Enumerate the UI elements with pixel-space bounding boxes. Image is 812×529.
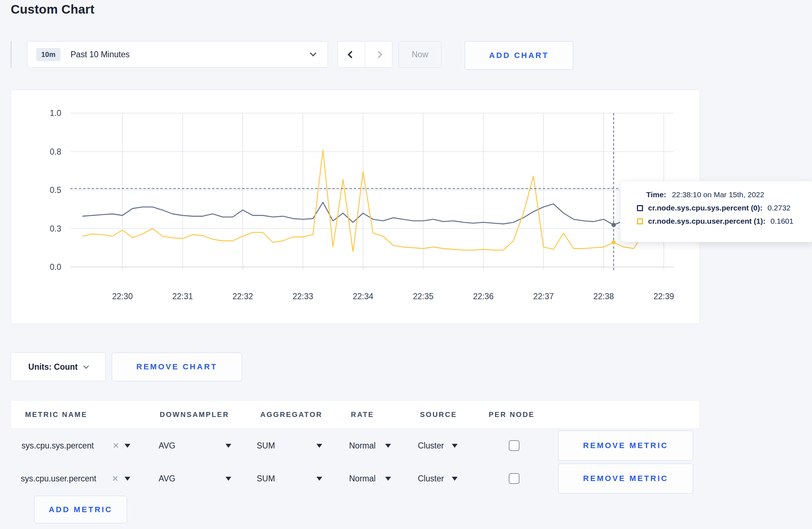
aggregator-select[interactable]: SUM: [257, 441, 275, 451]
clear-metric-icon[interactable]: ✕: [112, 441, 119, 451]
chevron-right-icon: [375, 50, 382, 58]
x-tick-label: 22:36: [473, 292, 494, 301]
chevron-down-icon: [310, 50, 316, 56]
metric-caret-icon[interactable]: [125, 444, 130, 448]
metric-name-select[interactable]: sys.cpu.user.percent: [21, 474, 96, 484]
tooltip-sys-label: cr.node.sys.cpu.sys.percent (0):: [648, 204, 763, 212]
x-tick-label: 22:31: [172, 292, 193, 301]
col-per-node: PER NODE: [489, 411, 535, 419]
clear-metric-icon[interactable]: ✕: [112, 474, 119, 484]
now-button[interactable]: Now: [398, 41, 441, 68]
tooltip-user-value: 0.1601: [770, 217, 793, 225]
x-tick-label: 22:33: [293, 292, 313, 301]
downsampler-select[interactable]: AVG: [159, 441, 175, 451]
timeseries-chart[interactable]: 0.00.30.50.81.022:3022:3122:3222:3322:34…: [11, 90, 700, 324]
col-rate: RATE: [351, 411, 374, 419]
sys-series-swatch-icon: [637, 205, 643, 211]
chevron-down-icon: [83, 363, 89, 369]
x-tick-label: 22:32: [232, 292, 253, 301]
tooltip-time-value: 22:38:10 on Mar 15th, 2022: [672, 190, 764, 199]
chart-tooltip: Time: 22:38:10 on Mar 15th, 2022 cr.node…: [620, 181, 812, 242]
toolbar-divider: [11, 41, 11, 68]
downsampler-caret-icon[interactable]: [226, 477, 231, 481]
series-line-1: [82, 150, 674, 252]
grid: 0.00.30.50.81.022:3022:3122:3222:3322:34…: [50, 108, 674, 301]
col-downsampler: DOWNSAMPLER: [160, 411, 229, 419]
aggregator-caret-icon[interactable]: [316, 477, 322, 481]
metric-name-select[interactable]: sys.cpu.sys.percent: [21, 441, 94, 451]
tooltip-user-label: cr.node.sys.cpu.user.percent (1):: [648, 217, 765, 225]
per-node-checkbox[interactable]: [509, 440, 519, 451]
x-tick-label: 22:38: [593, 292, 614, 301]
x-tick-label: 22:35: [413, 292, 434, 301]
time-pager: [338, 41, 392, 68]
remove-chart-button[interactable]: REMOVE CHART: [112, 353, 242, 381]
user-series-swatch-icon: [637, 218, 643, 224]
add-metric-button[interactable]: ADD METRIC: [34, 496, 127, 523]
rate-caret-icon[interactable]: [385, 477, 391, 481]
units-label: Units: Count: [28, 362, 78, 372]
y-tick-label: 0.0: [50, 262, 61, 272]
page-title: Custom Chart: [11, 2, 95, 16]
units-dropdown[interactable]: Units: Count: [11, 353, 106, 381]
y-tick-label: 0.5: [50, 185, 61, 195]
y-tick-label: 0.8: [50, 147, 61, 156]
y-tick-label: 1.0: [50, 108, 61, 118]
rate-caret-icon[interactable]: [385, 444, 391, 448]
y-tick-label: 0.3: [50, 224, 61, 233]
time-range-dropdown[interactable]: 10m Past 10 Minutes: [27, 41, 328, 68]
tooltip-time-label: Time:: [646, 190, 666, 199]
col-metric-name: METRIC NAME: [25, 411, 87, 419]
rate-select[interactable]: Normal: [349, 441, 376, 451]
next-time-button[interactable]: [365, 42, 392, 67]
downsampler-select[interactable]: AVG: [159, 474, 175, 484]
tooltip-sys-value: 0.2732: [768, 204, 791, 212]
source-select[interactable]: Cluster: [418, 441, 444, 451]
x-tick-label: 22:34: [353, 292, 373, 301]
metrics-table-header: METRIC NAME DOWNSAMPLER AGGREGATOR RATE …: [11, 400, 700, 429]
remove-metric-button[interactable]: REMOVE METRIC: [558, 464, 693, 494]
col-aggregator: AGGREGATOR: [260, 411, 323, 419]
per-node-checkbox[interactable]: [509, 473, 519, 484]
aggregator-select[interactable]: SUM: [257, 474, 275, 484]
time-range-badge: 10m: [36, 48, 61, 61]
hover-dot-0: [612, 223, 616, 227]
x-tick-label: 22:37: [533, 292, 554, 301]
x-tick-label: 22:30: [112, 292, 133, 301]
aggregator-caret-icon[interactable]: [316, 444, 322, 448]
col-source: SOURCE: [420, 411, 457, 419]
hover-dot-1: [612, 240, 616, 244]
source-select[interactable]: Cluster: [418, 474, 444, 484]
source-caret-icon[interactable]: [452, 444, 458, 448]
x-tick-label: 22:39: [653, 292, 674, 301]
chevron-left-icon: [348, 50, 355, 58]
prev-time-button[interactable]: [338, 42, 365, 67]
add-chart-button[interactable]: ADD CHART: [465, 41, 573, 70]
metric-caret-icon[interactable]: [125, 477, 130, 481]
rate-select[interactable]: Normal: [349, 474, 376, 484]
remove-metric-button[interactable]: REMOVE METRIC: [558, 431, 693, 461]
time-range-label: Past 10 Minutes: [71, 50, 130, 59]
downsampler-caret-icon[interactable]: [226, 444, 231, 448]
custom-chart-page: { "page": { "title": "Custom Chart", "ba…: [0, 0, 812, 529]
chart-card: 0.00.30.50.81.022:3022:3122:3222:3322:34…: [11, 89, 700, 324]
source-caret-icon[interactable]: [452, 477, 458, 481]
series-line-0: [82, 202, 674, 225]
